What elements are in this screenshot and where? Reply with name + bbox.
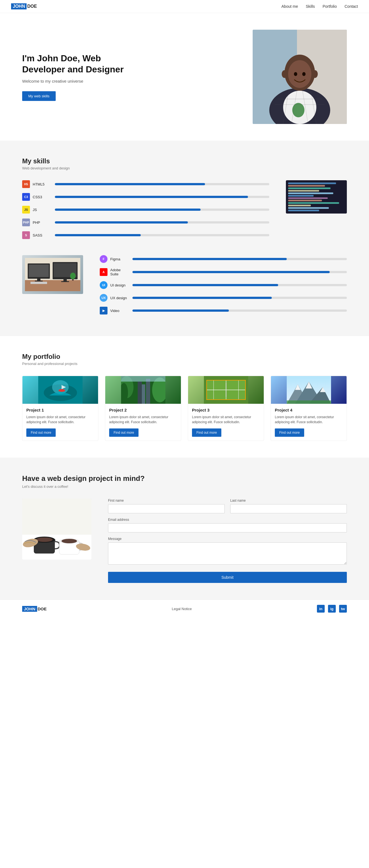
form-message-row: Message (108, 537, 347, 565)
hero-cta-button[interactable]: My web skills (22, 91, 56, 101)
hero-section: I'm John Doe, Web Developer and Designer… (0, 13, 369, 141)
contact-image (22, 499, 92, 560)
hero-title: I'm John Doe, Web Developer and Designer (22, 53, 127, 75)
adobe-icon: A (100, 268, 107, 276)
svg-rect-26 (61, 281, 69, 282)
project2-title: Project 2 (109, 408, 177, 412)
project4-cta-button[interactable]: Find out more (275, 429, 304, 437)
last-name-group: Last name (230, 499, 347, 513)
skill-js-label: JS (33, 208, 52, 212)
skills-bars-right: F Figma A Adobe Suite UI UI design (100, 255, 347, 319)
svg-point-4 (292, 103, 304, 117)
nav-skills[interactable]: Skills (306, 4, 315, 9)
last-name-input[interactable] (230, 504, 347, 513)
skills-top: H5 HTML5 C3 CSS3 JS JS (22, 180, 347, 244)
skill-css3-label: CSS3 (33, 195, 52, 199)
footer: JOHN DOE Legal Notice in ig tw (0, 599, 369, 618)
contact-section: Have a web design project in mind? Let's… (0, 458, 369, 599)
project1-cta-button[interactable]: Find out more (26, 429, 56, 437)
uidesign-icon: UI (100, 281, 107, 289)
svg-point-29 (70, 273, 76, 279)
skill-sass-bar-bg (55, 234, 269, 236)
project1-image (23, 376, 98, 404)
skill-html5-bar-bg (55, 183, 269, 185)
nav-about[interactable]: About me (281, 4, 298, 9)
linkedin-icon[interactable]: in (317, 605, 325, 613)
submit-button[interactable]: Submit (108, 572, 347, 583)
project2-cta-button[interactable]: Find out more (109, 429, 138, 437)
skill-adobe: A Adobe Suite (100, 268, 347, 276)
uxdesign-icon: UX (100, 294, 107, 302)
portfolio-grid: Project 1 Lorem ipsum dolor sit amet, co… (22, 376, 347, 441)
project3-cta-button[interactable]: Find out more (192, 429, 221, 437)
hero-text: I'm John Doe, Web Developer and Designer… (22, 53, 127, 101)
logo-dark: DOE (27, 4, 37, 9)
project4-body: Project 4 Lorem ipsum dolor sit amet, co… (271, 404, 346, 441)
skills-section: My skills Web development and design H5 … (0, 141, 369, 336)
form-email-row: Email address (108, 518, 347, 532)
skills-subtitle: Web development and design (22, 166, 347, 170)
svg-rect-21 (37, 279, 40, 281)
skill-sass-label: SASS (33, 233, 52, 237)
nav-contact[interactable]: Contact (345, 4, 358, 9)
skill-uidesign-bar-bg (132, 284, 347, 286)
svg-rect-25 (63, 279, 67, 281)
skill-html5-label: HTML5 (33, 182, 52, 186)
email-label: Email address (108, 518, 347, 522)
nav-portfolio[interactable]: Portfolio (323, 4, 337, 9)
portfolio-subtitle: Personal and professional projects (22, 362, 347, 366)
svg-point-69 (62, 539, 77, 543)
svg-rect-59 (287, 400, 331, 404)
last-name-label: Last name (230, 499, 347, 502)
svg-point-65 (36, 537, 53, 542)
nav-links: About me Skills Portfolio Contact (281, 4, 358, 9)
php-icon: PHP (22, 219, 30, 226)
hero-subtitle: Welcome to my creative universe (22, 79, 127, 84)
skill-js-bar-fill (55, 209, 201, 211)
desktop-placeholder (22, 255, 83, 294)
skill-uidesign: UI UI design (100, 281, 347, 289)
skill-uidesign-bar-fill (132, 284, 278, 286)
svg-rect-27 (31, 282, 47, 284)
skills-desktop-image (22, 255, 83, 294)
svg-point-9 (282, 70, 287, 78)
message-input[interactable] (108, 542, 347, 565)
message-group: Message (108, 537, 347, 565)
sass-icon: S (22, 231, 30, 239)
skills-bottom: F Figma A Adobe Suite UI UI design (22, 255, 347, 319)
first-name-input[interactable] (108, 504, 225, 513)
skill-uxdesign-label: UX design (110, 296, 130, 300)
contact-layout: First name Last name Email address Messa… (22, 499, 347, 583)
project1-body: Project 1 Lorem ipsum dolor sit amet, co… (23, 404, 98, 441)
project3-image (188, 376, 264, 404)
email-group: Email address (108, 518, 347, 532)
skill-video: ▶ Video (100, 307, 347, 314)
footer-logo: JOHN DOE (22, 606, 46, 612)
first-name-label: First name (108, 499, 225, 502)
svg-point-33 (59, 389, 65, 392)
skill-figma-bar-fill (132, 258, 287, 260)
project1-title: Project 1 (26, 408, 94, 412)
project3-body: Project 3 Lorem ipsum dolor sit amet, co… (188, 404, 264, 441)
contact-form: First name Last name Email address Messa… (108, 499, 347, 583)
email-input[interactable] (108, 523, 347, 532)
skill-adobe-bar-fill (132, 271, 330, 273)
skill-sass: S SASS (22, 231, 269, 239)
project4-image (271, 376, 346, 404)
html5-icon: H5 (22, 180, 30, 188)
skill-sass-bar-fill (55, 234, 141, 236)
skill-css3: C3 CSS3 (22, 193, 269, 201)
skill-figma-bar-bg (132, 258, 347, 260)
figma-icon: F (100, 255, 107, 263)
svg-rect-38 (146, 379, 150, 404)
skill-css3-bar-bg (55, 196, 269, 198)
instagram-icon[interactable]: ig (328, 605, 336, 613)
svg-point-6 (288, 60, 311, 88)
svg-rect-39 (142, 384, 145, 404)
twitter-icon[interactable]: tw (339, 605, 347, 613)
footer-legal[interactable]: Legal Notice (172, 607, 192, 611)
code-screenshot (286, 180, 347, 214)
logo-blue: JOHN (11, 3, 27, 9)
logo: JOHN DOE (11, 3, 37, 9)
svg-point-10 (312, 70, 318, 78)
